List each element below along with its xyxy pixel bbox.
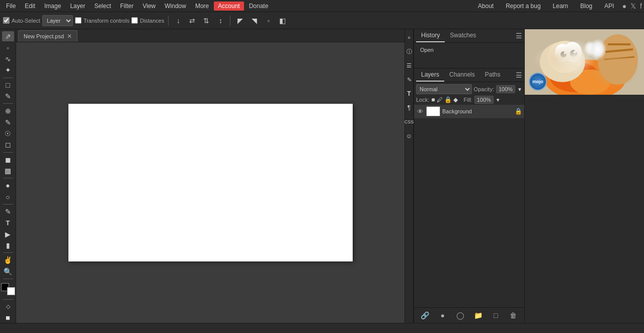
- canvas-viewport[interactable]: [16, 42, 405, 323]
- tab-layers[interactable]: Layers: [416, 69, 444, 82]
- layer-row-background[interactable]: 👁 Background 🔒: [414, 105, 524, 118]
- menu-report-bug[interactable]: Report a bug: [502, 2, 544, 11]
- collapse-btn[interactable]: »: [405, 31, 413, 43]
- lasso-tool[interactable]: ∿: [2, 54, 14, 64]
- gradient-tool[interactable]: ▩: [2, 166, 14, 176]
- new-group-btn[interactable]: 📁: [472, 310, 484, 321]
- facebook-icon[interactable]: f: [640, 2, 642, 10]
- history-panel: History Swatches ☰ Open: [414, 29, 524, 69]
- tab-close-btn[interactable]: ✕: [67, 33, 72, 40]
- link-layers-btn[interactable]: 🔗: [420, 310, 431, 321]
- mojo-logo: mojo: [529, 73, 547, 91]
- layer-select[interactable]: Layer Group: [42, 15, 73, 26]
- lock-extra-icon[interactable]: ◆: [453, 96, 458, 103]
- selection-tool[interactable]: ◦: [2, 42, 14, 52]
- align-bottom-btn[interactable]: ◦: [263, 15, 274, 26]
- menu-api[interactable]: API: [600, 2, 618, 11]
- svg-point-10: [560, 51, 567, 57]
- type-tool[interactable]: T: [2, 218, 14, 228]
- history-menu-btn[interactable]: ☰: [516, 32, 522, 40]
- layer-style-btn[interactable]: ●: [437, 310, 448, 321]
- hand-tool[interactable]: ✌: [2, 255, 14, 265]
- tab-history[interactable]: History: [416, 29, 445, 42]
- auto-select-checkbox[interactable]: [3, 17, 10, 24]
- layer-mask-btn[interactable]: ◯: [455, 310, 466, 321]
- history-panel-content: Open: [414, 43, 524, 68]
- spot-heal-tool[interactable]: ⊕: [2, 106, 14, 116]
- opacity-arrow[interactable]: ▼: [517, 87, 522, 92]
- menu-account[interactable]: Account: [214, 2, 244, 11]
- layers-list: 👁 Background 🔒: [414, 105, 524, 307]
- shape-tool[interactable]: ▮: [2, 240, 14, 250]
- align-left-btn[interactable]: ↓: [173, 15, 184, 26]
- svg-point-9: [570, 50, 577, 57]
- menu-image[interactable]: Image: [40, 2, 65, 11]
- move-tool[interactable]: ⇗: [2, 31, 14, 41]
- color-swatch[interactable]: [1, 283, 15, 295]
- fill-arrow[interactable]: ▼: [496, 97, 501, 103]
- wand-tool[interactable]: ✦: [2, 65, 14, 75]
- distances-label: Distances: [140, 18, 164, 24]
- align-center-btn[interactable]: ⇄: [187, 15, 198, 26]
- menu-edit[interactable]: Edit: [21, 2, 39, 11]
- bucket-tool[interactable]: ◼: [2, 154, 14, 164]
- menu-more[interactable]: More: [191, 2, 213, 11]
- align-extra-btn[interactable]: ◧: [277, 15, 288, 26]
- svg-point-6: [547, 41, 583, 73]
- menu-about[interactable]: About: [474, 2, 498, 11]
- lock-all-icon[interactable]: 🔒: [444, 96, 452, 103]
- menu-view[interactable]: View: [138, 2, 159, 11]
- menu-blog[interactable]: Blog: [576, 2, 596, 11]
- dodge-tool[interactable]: ○: [2, 191, 14, 202]
- eyedropper-tool[interactable]: ✎: [2, 91, 14, 101]
- pen-tool[interactable]: ✎: [2, 207, 14, 217]
- menu-right-links: About Report a bug Learn Blog API ● 𝕏 f: [474, 2, 642, 11]
- lock-position-icon[interactable]: 🖊: [437, 96, 443, 103]
- history-item-open[interactable]: Open: [416, 45, 522, 55]
- path-select-tool[interactable]: ▶: [2, 229, 14, 239]
- brush-tool[interactable]: ✎: [2, 117, 14, 127]
- layers-menu-btn[interactable]: ☰: [516, 71, 522, 79]
- menu-learn[interactable]: Learn: [549, 2, 573, 11]
- move-tool-options: Auto-Select Layer Group Transform contro…: [3, 15, 164, 26]
- quick-mask-tool[interactable]: ◇: [2, 301, 14, 311]
- crop-tool[interactable]: □: [2, 80, 14, 90]
- menu-file[interactable]: File: [2, 2, 20, 11]
- align-middle-btn[interactable]: ◥: [249, 15, 260, 26]
- fill-label: Fill:: [464, 97, 472, 103]
- clone-tool[interactable]: ☉: [2, 128, 14, 139]
- svg-point-2: [545, 59, 625, 95]
- twitter-icon[interactable]: 𝕏: [630, 2, 636, 10]
- menu-window[interactable]: Window: [160, 2, 190, 11]
- reddit-icon[interactable]: ●: [622, 2, 626, 10]
- transform-controls-checkbox[interactable]: [75, 17, 82, 24]
- menu-filter[interactable]: Filter: [116, 2, 138, 11]
- delete-layer-btn[interactable]: 🗑: [508, 310, 519, 321]
- align-top-btn[interactable]: ◤: [234, 15, 246, 26]
- tab-paths[interactable]: Paths: [480, 69, 506, 82]
- layer-visibility-icon[interactable]: 👁: [416, 108, 424, 115]
- zoom-tool[interactable]: 🔍: [2, 266, 14, 276]
- toolbar: Auto-Select Layer Group Transform contro…: [0, 12, 644, 29]
- blend-mode-select[interactable]: Normal: [416, 84, 472, 94]
- menu-layer[interactable]: Layer: [66, 2, 89, 11]
- blur-tool[interactable]: ●: [2, 180, 14, 190]
- menu-donate[interactable]: Donate: [245, 2, 273, 11]
- lock-label: Lock:: [416, 97, 429, 103]
- distances-checkbox[interactable]: [131, 17, 138, 24]
- tab-channels[interactable]: Channels: [444, 69, 480, 82]
- lock-pixels-icon[interactable]: ■: [431, 96, 435, 103]
- fill-value[interactable]: 100%: [474, 96, 494, 104]
- background-color[interactable]: [7, 287, 15, 295]
- screen-mode-tool[interactable]: ◽: [2, 313, 14, 323]
- canvas-area: New Project.psd ✕: [16, 29, 405, 323]
- menu-select[interactable]: Select: [90, 2, 115, 11]
- eraser-tool[interactable]: ◻: [2, 140, 14, 150]
- new-layer-btn[interactable]: □: [490, 310, 501, 321]
- status-bar: [0, 323, 644, 333]
- tab-new-project[interactable]: New Project.psd ✕: [18, 30, 77, 42]
- opacity-value[interactable]: 100%: [496, 85, 515, 93]
- align-right-btn[interactable]: ⇅: [201, 15, 212, 26]
- tab-swatches[interactable]: Swatches: [445, 29, 481, 42]
- distribute-btn[interactable]: ↕: [215, 15, 226, 26]
